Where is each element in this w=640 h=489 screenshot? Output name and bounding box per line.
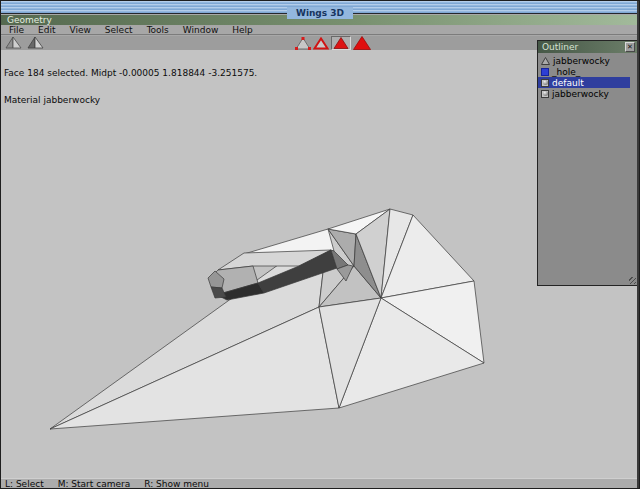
selection-mode-group bbox=[295, 36, 371, 50]
outliner-row-jabberwocky-material[interactable]: jabberwocky bbox=[538, 88, 630, 99]
outliner-item-label: default bbox=[552, 78, 584, 88]
object-triangle-icon bbox=[541, 57, 550, 65]
menu-item-select[interactable]: Select bbox=[99, 25, 141, 35]
edge-mode-button[interactable] bbox=[313, 37, 329, 50]
status-middle-hint: M: Start camera bbox=[58, 479, 131, 489]
toolbar-left-icons bbox=[5, 36, 44, 50]
face-mode-button[interactable] bbox=[331, 36, 351, 50]
material-sphere-icon bbox=[541, 79, 549, 87]
material-sphere-icon bbox=[541, 90, 549, 98]
window-right-border bbox=[637, 1, 639, 488]
wings3d-window: Wings 3D Geometry File Edit View Select … bbox=[0, 0, 640, 489]
viewport-info: Face 184 selected. Midpt -0.00005 1.8188… bbox=[4, 51, 257, 123]
outliner-row-default-material[interactable]: default bbox=[538, 77, 630, 88]
menu-item-tools[interactable]: Tools bbox=[141, 25, 177, 35]
menu-item-help[interactable]: Help bbox=[226, 25, 261, 35]
close-icon[interactable]: ✕ bbox=[625, 42, 635, 52]
info-line-selection: Face 184 selected. Midpt -0.00005 1.8188… bbox=[4, 69, 257, 78]
body-mode-button[interactable] bbox=[353, 36, 371, 50]
hole-material-icon bbox=[541, 68, 549, 76]
statusbar: L: Select M: Start camera R: Show menu bbox=[1, 478, 639, 489]
outliner-row-hole-material[interactable]: _hole_ bbox=[538, 66, 630, 77]
vertex-mode-button[interactable] bbox=[295, 37, 311, 50]
outliner-item-label: jabberwocky bbox=[552, 89, 609, 99]
status-right-hint: R: Show menu bbox=[144, 479, 209, 489]
outliner-title: Outliner bbox=[538, 41, 637, 53]
menu-item-window[interactable]: Window bbox=[177, 25, 227, 35]
menu-item-view[interactable]: View bbox=[64, 25, 99, 35]
resize-grip[interactable] bbox=[629, 277, 636, 284]
titlebar[interactable]: Wings 3D bbox=[1, 1, 639, 14]
outliner-row-object-jabberwocky[interactable]: jabberwocky bbox=[538, 55, 630, 66]
outliner-item-label: jabberwocky bbox=[553, 56, 610, 66]
outliner-list: jabberwocky _hole_ default jabberwocky bbox=[538, 53, 637, 285]
outliner-item-label: _hole_ bbox=[552, 67, 580, 77]
status-left-hint: L: Select bbox=[5, 479, 44, 489]
menubar: File Edit View Select Tools Window Help bbox=[1, 25, 639, 35]
outliner-window: Outliner ✕ jabberwocky _hole_ default bbox=[537, 40, 638, 286]
outliner-titlebar[interactable]: Outliner ✕ bbox=[538, 41, 637, 53]
info-line-material: Material jabberwocky bbox=[4, 96, 257, 105]
window-title: Wings 3D bbox=[287, 7, 353, 19]
